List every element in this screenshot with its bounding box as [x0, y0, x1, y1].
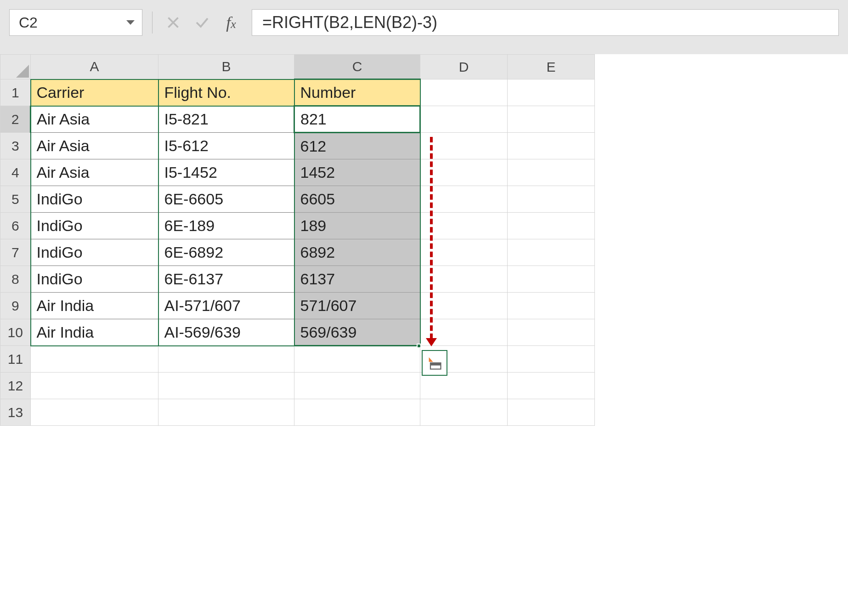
table-row: 1 Carrier Flight No. Number — [0, 79, 595, 106]
column-header-b[interactable]: B — [158, 55, 294, 79]
fx-icon: fx — [226, 13, 236, 32]
select-all-corner[interactable] — [0, 55, 31, 79]
cell-b2[interactable]: I5-821 — [158, 106, 294, 133]
cell-b12[interactable] — [158, 373, 294, 399]
cell-a12[interactable] — [31, 373, 158, 399]
cancel-formula-button[interactable] — [162, 11, 184, 34]
table-row: 3 Air Asia I5-612 612 — [0, 133, 595, 159]
name-box[interactable]: C2 — [9, 9, 142, 36]
autofill-options-button[interactable] — [422, 350, 447, 376]
enter-formula-button[interactable] — [191, 11, 213, 34]
cell-b10[interactable]: AI-569/639 — [158, 319, 294, 346]
cell-e5[interactable] — [508, 186, 595, 213]
cell-c13[interactable] — [294, 399, 420, 426]
cell-c4[interactable]: 1452 — [294, 159, 420, 186]
cell-a9[interactable]: Air India — [31, 293, 158, 319]
cell-e12[interactable] — [508, 373, 595, 399]
cell-b6[interactable]: 6E-189 — [158, 213, 294, 239]
row-header-2[interactable]: 2 — [0, 106, 31, 133]
cell-e8[interactable] — [508, 266, 595, 293]
drag-arrow-icon — [430, 137, 433, 339]
cell-a4[interactable]: Air Asia — [31, 159, 158, 186]
cell-b13[interactable] — [158, 399, 294, 426]
cell-a5[interactable]: IndiGo — [31, 186, 158, 213]
spreadsheet-grid[interactable]: A B C D E 1 Carrier Flight No. Number 2 … — [0, 54, 848, 426]
cell-d3[interactable] — [420, 133, 508, 159]
fill-handle[interactable] — [417, 344, 421, 348]
cell-e13[interactable] — [508, 399, 595, 426]
cell-c5[interactable]: 6605 — [294, 186, 420, 213]
cell-e10[interactable] — [508, 319, 595, 346]
row-header-12[interactable]: 12 — [0, 373, 31, 399]
cell-a8[interactable]: IndiGo — [31, 266, 158, 293]
cell-c10[interactable]: 569/639 — [294, 319, 420, 346]
row-header-1[interactable]: 1 — [0, 79, 31, 106]
cell-d2[interactable] — [420, 106, 508, 133]
cell-b4[interactable]: I5-1452 — [158, 159, 294, 186]
row-header-13[interactable]: 13 — [0, 399, 31, 426]
cell-a1[interactable]: Carrier — [31, 79, 158, 106]
cell-d4[interactable] — [420, 159, 508, 186]
cell-a7[interactable]: IndiGo — [31, 239, 158, 266]
row-header-8[interactable]: 8 — [0, 266, 31, 293]
cell-c9[interactable]: 571/607 — [294, 293, 420, 319]
row-header-9[interactable]: 9 — [0, 293, 31, 319]
cell-d8[interactable] — [420, 266, 508, 293]
cell-d9[interactable] — [420, 293, 508, 319]
table-row: 2 Air Asia I5-821 821 — [0, 106, 595, 133]
table-row: 4 Air Asia I5-1452 1452 — [0, 159, 595, 186]
cell-c6[interactable]: 189 — [294, 213, 420, 239]
cell-c3[interactable]: 612 — [294, 133, 420, 159]
column-header-c[interactable]: C — [294, 55, 420, 79]
cell-c2[interactable]: 821 — [294, 106, 420, 133]
column-header-d[interactable]: D — [420, 55, 508, 79]
cell-e4[interactable] — [508, 159, 595, 186]
column-header-a[interactable]: A — [31, 55, 158, 79]
cell-e9[interactable] — [508, 293, 595, 319]
table-row: 13 — [0, 399, 595, 426]
row-header-3[interactable]: 3 — [0, 133, 31, 159]
cell-c11[interactable] — [294, 346, 420, 373]
cell-d1[interactable] — [420, 79, 508, 106]
cell-e2[interactable] — [508, 106, 595, 133]
cell-b8[interactable]: 6E-6137 — [158, 266, 294, 293]
table-row: 8 IndiGo 6E-6137 6137 — [0, 266, 595, 293]
cell-a13[interactable] — [31, 399, 158, 426]
row-header-10[interactable]: 10 — [0, 319, 31, 346]
row-header-4[interactable]: 4 — [0, 159, 31, 186]
row-header-11[interactable]: 11 — [0, 346, 31, 373]
cell-b11[interactable] — [158, 346, 294, 373]
cell-d5[interactable] — [420, 186, 508, 213]
formula-input[interactable]: =RIGHT(B2,LEN(B2)-3) — [252, 9, 839, 36]
cell-c1[interactable]: Number — [294, 79, 420, 106]
cell-c8[interactable]: 6137 — [294, 266, 420, 293]
cell-d13[interactable] — [420, 399, 508, 426]
cell-a6[interactable]: IndiGo — [31, 213, 158, 239]
row-header-7[interactable]: 7 — [0, 239, 31, 266]
cell-e11[interactable] — [508, 346, 595, 373]
cell-e6[interactable] — [508, 213, 595, 239]
cell-a3[interactable]: Air Asia — [31, 133, 158, 159]
cell-b3[interactable]: I5-612 — [158, 133, 294, 159]
cell-b1[interactable]: Flight No. — [158, 79, 294, 106]
cell-b5[interactable]: 6E-6605 — [158, 186, 294, 213]
cell-b7[interactable]: 6E-6892 — [158, 239, 294, 266]
cell-a2[interactable]: Air Asia — [31, 106, 158, 133]
cell-a11[interactable] — [31, 346, 158, 373]
column-header-e[interactable]: E — [508, 55, 595, 79]
column-header-row: A B C D E — [0, 55, 595, 79]
insert-function-button[interactable]: fx — [220, 13, 242, 32]
cell-e1[interactable] — [508, 79, 595, 106]
cell-d12[interactable] — [420, 373, 508, 399]
cell-a10[interactable]: Air India — [31, 319, 158, 346]
cell-e7[interactable] — [508, 239, 595, 266]
cell-d7[interactable] — [420, 239, 508, 266]
row-header-6[interactable]: 6 — [0, 213, 31, 239]
chevron-down-icon[interactable] — [126, 20, 135, 25]
cell-d6[interactable] — [420, 213, 508, 239]
cell-e3[interactable] — [508, 133, 595, 159]
row-header-5[interactable]: 5 — [0, 186, 31, 213]
cell-c7[interactable]: 6892 — [294, 239, 420, 266]
cell-b9[interactable]: AI-571/607 — [158, 293, 294, 319]
cell-c12[interactable] — [294, 373, 420, 399]
